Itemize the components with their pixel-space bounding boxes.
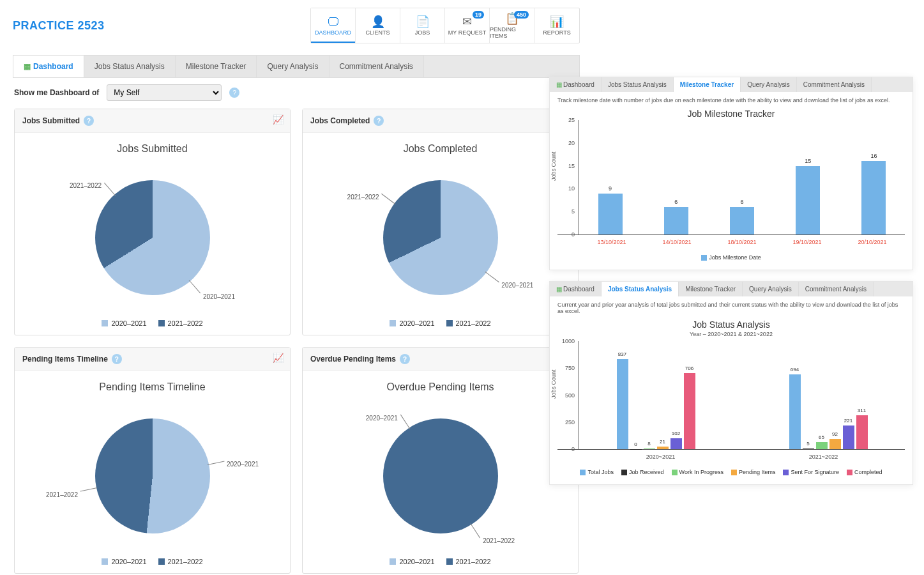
bar[interactable]: 5 bbox=[803, 448, 814, 449]
tab-dashboard[interactable]: ▦Dashboard bbox=[550, 282, 602, 296]
chart-legend: 2020–2021 2021–2022 bbox=[310, 319, 570, 327]
bar[interactable]: 65 bbox=[816, 442, 828, 449]
reports-icon: 📊 bbox=[550, 16, 564, 27]
legend-item: Completed bbox=[847, 469, 882, 475]
tab-query-analysis[interactable]: Query Analysis bbox=[257, 56, 329, 77]
nav-my-request[interactable]: ✉MY REQUEST19 bbox=[445, 8, 490, 43]
overlay-desc: Track milestone date with number of jobs… bbox=[557, 97, 905, 103]
tab-query-analysis[interactable]: Query Analysis bbox=[743, 282, 799, 296]
bar[interactable]: 0 bbox=[630, 449, 642, 450]
dashboard-icon: 🖵 bbox=[328, 16, 339, 27]
chart-title: Jobs Completed bbox=[310, 143, 570, 155]
help-icon[interactable]: ? bbox=[229, 88, 239, 98]
pie-chart: 2020–20212021–2022 bbox=[310, 399, 570, 553]
filter-select[interactable]: My Self bbox=[107, 84, 222, 101]
overlay-subtitle: Year – 2020~2021 & 2021~2022 bbox=[557, 331, 905, 337]
legend-item: Work In Progress bbox=[672, 469, 723, 475]
pie-slice-label: 2021–2022 bbox=[347, 194, 379, 201]
help-icon[interactable]: ? bbox=[84, 116, 94, 126]
card-title: Overdue Pending Items bbox=[310, 355, 396, 364]
overlay-job-status: ▦DashboardJobs Status AnalysisMilestone … bbox=[549, 281, 913, 485]
tab-milestone-tracker[interactable]: Milestone Tracker bbox=[674, 77, 741, 92]
bar[interactable]: 706 bbox=[684, 373, 695, 449]
bar[interactable] bbox=[664, 207, 688, 234]
card-title: Jobs Completed bbox=[310, 116, 370, 125]
y-axis-label: Jobs Count bbox=[550, 151, 557, 181]
tab-commitment-analysis[interactable]: Commitment Analysis bbox=[797, 77, 872, 92]
pie-slice-label: 2020–2021 bbox=[227, 461, 259, 468]
overlay-milestone-tracker: ▦DashboardJobs Status AnalysisMilestone … bbox=[549, 77, 913, 270]
tab-milestone-tracker[interactable]: Milestone Tracker bbox=[679, 282, 743, 296]
chart-legend: 2020–2021 2021–2022 bbox=[22, 319, 282, 327]
main-tabs: ▦DashboardJobs Status AnalysisMilestone … bbox=[13, 55, 580, 78]
x-tick-label: 19/10/2021 bbox=[775, 239, 840, 245]
bar[interactable]: 102 bbox=[670, 438, 682, 449]
nav-jobs[interactable]: 📄JOBS bbox=[400, 8, 445, 43]
card-title: Jobs Submitted bbox=[22, 116, 80, 125]
bar[interactable]: 221 bbox=[843, 425, 854, 449]
legend-item: Sent For Signature bbox=[783, 469, 839, 475]
bar[interactable]: 92 bbox=[829, 439, 841, 449]
bar[interactable] bbox=[861, 161, 886, 234]
chart-expand-icon[interactable]: 📈 bbox=[273, 114, 284, 125]
bar[interactable] bbox=[796, 166, 820, 234]
my request-icon: ✉ bbox=[462, 16, 472, 27]
chart-title: Overdue Pending Items bbox=[310, 381, 570, 393]
chart-legend: Total JobsJob ReceivedWork In ProgressPe… bbox=[557, 469, 905, 475]
chart-title: Jobs Submitted bbox=[22, 143, 282, 155]
nav-reports[interactable]: 📊REPORTS bbox=[534, 8, 579, 43]
chart-title: Pending Items Timeline bbox=[22, 381, 282, 393]
nav-pending-items[interactable]: 📋PENDING ITEMS450 bbox=[490, 8, 534, 43]
overlay-desc: Current year and prior year analysis of … bbox=[557, 302, 905, 314]
pie-slice-label: 2021–2022 bbox=[483, 537, 515, 544]
overlay-tabs: ▦DashboardJobs Status AnalysisMilestone … bbox=[550, 77, 913, 92]
tab-query-analysis[interactable]: Query Analysis bbox=[741, 77, 797, 92]
top-nav: 🖵DASHBOARD👤CLIENTS📄JOBS✉MY REQUEST19📋PEN… bbox=[310, 8, 580, 43]
tab-milestone-tracker[interactable]: Milestone Tracker bbox=[176, 56, 257, 77]
bar[interactable]: 311 bbox=[856, 415, 868, 449]
chart-expand-icon[interactable]: 📈 bbox=[273, 353, 284, 363]
clients-icon: 👤 bbox=[371, 16, 385, 27]
help-icon[interactable]: ? bbox=[374, 116, 384, 126]
tab-commitment-analysis[interactable]: Commitment Analysis bbox=[799, 282, 874, 296]
bar[interactable] bbox=[730, 207, 754, 234]
help-icon[interactable]: ? bbox=[112, 354, 122, 364]
bar[interactable]: 21 bbox=[657, 447, 669, 449]
tab-dashboard[interactable]: ▦Dashboard bbox=[13, 56, 84, 77]
tab-dashboard[interactable]: ▦Dashboard bbox=[550, 77, 602, 92]
jobs-icon: 📄 bbox=[416, 16, 430, 27]
x-tick-label: 2021~2022 bbox=[742, 454, 905, 460]
x-tick-label: 2020~2021 bbox=[579, 454, 742, 460]
overlay-title: Job Milestone Tracker bbox=[557, 109, 905, 119]
x-tick-label: 20/10/2021 bbox=[840, 239, 905, 245]
card-overdue: Overdue Pending Items ? Overdue Pending … bbox=[302, 347, 579, 574]
filter-label: Show me Dashboard of bbox=[14, 88, 99, 97]
bar[interactable]: 694 bbox=[789, 374, 801, 449]
y-axis-label: Jobs Count bbox=[550, 369, 557, 399]
nav-clients[interactable]: 👤CLIENTS bbox=[356, 8, 400, 43]
dashboard-icon: ▦ bbox=[24, 62, 31, 71]
x-tick-label: 18/10/2021 bbox=[709, 239, 775, 245]
bar-chart: Jobs Count 0510152025 9661516 bbox=[557, 120, 905, 235]
tab-jobs-status-analysis[interactable]: Jobs Status Analysis bbox=[602, 282, 679, 296]
bar[interactable]: 837 bbox=[617, 359, 628, 449]
chart-legend: Jobs Milestone Date bbox=[557, 254, 905, 261]
card-title: Pending Items Timeline bbox=[22, 355, 108, 364]
tab-jobs-status-analysis[interactable]: Jobs Status Analysis bbox=[84, 56, 176, 77]
tab-jobs-status-analysis[interactable]: Jobs Status Analysis bbox=[602, 77, 674, 92]
pie-slice-label: 2020–2021 bbox=[203, 293, 235, 300]
bar[interactable] bbox=[598, 194, 623, 234]
help-icon[interactable]: ? bbox=[400, 354, 410, 364]
overlay-tabs: ▦DashboardJobs Status AnalysisMilestone … bbox=[550, 282, 913, 296]
chart-legend: 2020–2021 2021–2022 bbox=[310, 558, 570, 565]
legend-item: Job Received bbox=[621, 469, 664, 475]
card-jobs-completed: Jobs Completed ? Jobs Completed 2020–202… bbox=[302, 109, 579, 335]
card-pending-timeline: Pending Items Timeline ? 📈 Pending Items… bbox=[14, 347, 291, 574]
bar[interactable]: 8 bbox=[644, 448, 655, 449]
badge: 19 bbox=[473, 11, 484, 19]
nav-dashboard[interactable]: 🖵DASHBOARD bbox=[311, 8, 356, 43]
tab-commitment-analysis[interactable]: Commitment Analysis bbox=[329, 56, 424, 77]
brand-logo: PRACTICE 2523 bbox=[13, 19, 105, 33]
pie-slice-label: 2020–2021 bbox=[501, 282, 533, 289]
badge: 450 bbox=[514, 11, 529, 19]
